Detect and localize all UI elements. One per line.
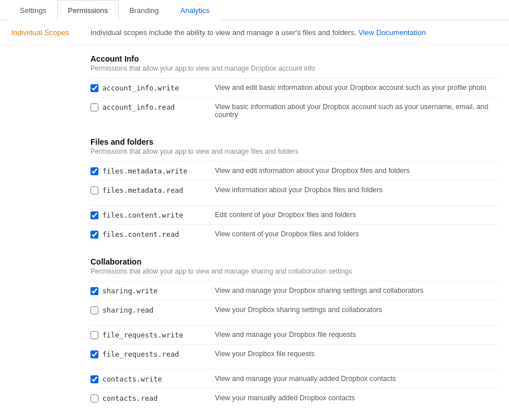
permission-row: sharing.writeView and manage your Dropbo… <box>90 282 498 301</box>
scopes-description: Individual scopes include the ability to… <box>90 28 426 37</box>
permission-left: contacts.write <box>90 375 215 383</box>
permission-row: file_requests.writeView and manage your … <box>90 326 498 345</box>
permission-group: account_info.writeView and edit basic in… <box>90 78 498 124</box>
section-subtitle-account-info: Permissions that allow your app to view … <box>90 64 498 72</box>
permission-checkbox-contacts.read[interactable] <box>90 395 98 402</box>
permission-left: files.metadata.write <box>90 167 215 175</box>
permission-name: files.content.read <box>102 230 179 239</box>
permission-checkbox-files.metadata.read[interactable] <box>90 187 98 194</box>
permission-row: files.content.writeEdit content of your … <box>90 206 498 225</box>
permission-name: file_requests.read <box>102 350 179 358</box>
section-title-collaboration: Collaboration <box>90 257 498 266</box>
tab-bar: SettingsPermissionsBrandingAnalytics <box>0 0 509 20</box>
permission-left: account_info.read <box>90 103 215 111</box>
scopes-label: Individual Scopes <box>11 28 90 37</box>
permission-row: account_info.readView basic information … <box>90 98 498 124</box>
permission-row: contacts.writeView and manage your manua… <box>90 370 498 389</box>
permission-name: files.content.write <box>102 211 183 219</box>
permission-name: file_requests.write <box>102 331 183 339</box>
permission-name: files.metadata.write <box>102 167 188 175</box>
section-subtitle-files-folders: Permissions that allow your app to view … <box>90 148 498 155</box>
tab-branding[interactable]: Branding <box>119 0 170 20</box>
permission-group: contacts.writeView and manage your manua… <box>90 369 498 408</box>
tab-analytics[interactable]: Analytics <box>170 0 221 20</box>
permission-checkbox-account_info.write[interactable] <box>90 84 98 92</box>
permission-description: View information about your Dropbox file… <box>215 186 498 194</box>
permission-row: file_requests.readView your Dropbox file… <box>90 345 498 363</box>
permission-description: View and manage your Dropbox file reques… <box>215 331 498 339</box>
permission-description: View and manage your manually added Drop… <box>215 375 498 383</box>
permission-checkbox-files.content.read[interactable] <box>90 231 98 239</box>
permission-left: account_info.write <box>90 84 215 92</box>
permission-left: files.content.write <box>90 211 215 219</box>
section-account-info: Account InfoPermissions that allow your … <box>0 45 509 124</box>
permission-left: file_requests.write <box>90 331 215 339</box>
permission-left: sharing.write <box>90 287 215 295</box>
permission-group: sharing.writeView and manage your Dropbo… <box>90 281 498 319</box>
permission-checkbox-sharing.read[interactable] <box>90 306 98 314</box>
permission-description: View and edit information about your Dro… <box>215 167 498 175</box>
permission-left: sharing.read <box>90 306 215 314</box>
section-files-folders: Files and foldersPermissions that allow … <box>0 128 509 244</box>
permission-group: files.metadata.writeView and edit inform… <box>90 161 498 200</box>
permission-name: contacts.read <box>102 394 158 402</box>
permission-left: file_requests.read <box>90 350 215 358</box>
permission-checkbox-files.metadata.write[interactable] <box>90 167 98 175</box>
permission-left: files.metadata.read <box>90 186 215 194</box>
permission-row: files.metadata.readView information abou… <box>90 181 498 200</box>
permission-row: contacts.readView your manually added Dr… <box>90 389 498 408</box>
tab-settings[interactable]: Settings <box>9 0 57 20</box>
permission-left: contacts.read <box>90 394 215 402</box>
section-title-files-folders: Files and folders <box>90 137 498 146</box>
permission-name: sharing.read <box>102 306 153 314</box>
permission-group: files.content.writeEdit content of your … <box>90 205 498 244</box>
permission-description: View and manage your Dropbox sharing set… <box>215 287 498 295</box>
sections-container: Account InfoPermissions that allow your … <box>0 45 509 408</box>
permission-description: Edit content of your Dropbox files and f… <box>215 211 498 219</box>
permission-row: files.content.readView content of your D… <box>90 225 498 244</box>
permission-checkbox-file_requests.read[interactable] <box>90 350 98 358</box>
permission-checkbox-sharing.write[interactable] <box>90 287 98 295</box>
individual-scopes-header: Individual Scopes Individual scopes incl… <box>0 20 509 45</box>
permission-row: account_info.writeView and edit basic in… <box>90 79 498 98</box>
permission-name: account_info.write <box>102 84 179 92</box>
permission-row: sharing.readView your Dropbox sharing se… <box>90 301 498 319</box>
permission-checkbox-files.content.write[interactable] <box>90 211 98 219</box>
permission-checkbox-account_info.read[interactable] <box>90 103 98 111</box>
section-title-account-info: Account Info <box>90 54 498 63</box>
permission-description: View your manually added Dropbox contact… <box>215 394 498 402</box>
permission-name: sharing.write <box>102 287 158 295</box>
tab-permissions[interactable]: Permissions <box>57 0 119 20</box>
permission-checkbox-file_requests.write[interactable] <box>90 331 98 339</box>
section-subtitle-collaboration: Permissions that allow your app to view … <box>90 267 498 275</box>
main-content: Individual Scopes Individual scopes incl… <box>0 20 509 420</box>
permission-description: View your Dropbox sharing settings and c… <box>215 306 498 314</box>
permission-name: account_info.read <box>102 103 175 111</box>
permission-name: contacts.write <box>102 375 162 383</box>
permission-description: View and edit basic information about yo… <box>215 84 498 92</box>
section-collaboration: CollaborationPermissions that allow your… <box>0 248 509 408</box>
view-documentation-link[interactable]: View Documentation <box>359 28 426 37</box>
permission-description: View basic information about your Dropbo… <box>215 103 498 119</box>
permission-name: files.metadata.read <box>102 186 183 194</box>
permission-description: View content of your Dropbox files and f… <box>215 230 498 238</box>
permission-group: file_requests.writeView and manage your … <box>90 325 498 363</box>
permission-description: View your Dropbox file requests <box>215 350 498 358</box>
permission-row: files.metadata.writeView and edit inform… <box>90 162 498 181</box>
permission-checkbox-contacts.write[interactable] <box>90 375 98 383</box>
permission-left: files.content.read <box>90 230 215 239</box>
